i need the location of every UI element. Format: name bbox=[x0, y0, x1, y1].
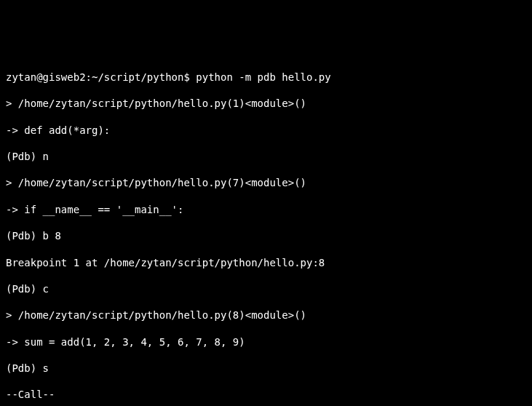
terminal-output[interactable]: zytan@gisweb2:~/script/python$ python -m… bbox=[6, 57, 526, 406]
terminal-line: (Pdb) b 8 bbox=[6, 229, 526, 242]
terminal-line: Breakpoint 1 at /home/zytan/script/pytho… bbox=[6, 256, 526, 269]
terminal-line: -> sum = add(1, 2, 3, 4, 5, 6, 7, 8, 9) bbox=[6, 335, 526, 349]
terminal-line: zytan@gisweb2:~/script/python$ python -m… bbox=[6, 71, 526, 84]
terminal-line: (Pdb) s bbox=[6, 362, 526, 375]
terminal-line: -> if __name__ == '__main__': bbox=[6, 203, 526, 216]
terminal-line: (Pdb) n bbox=[6, 150, 526, 163]
terminal-line: -> def add(*arg): bbox=[6, 124, 526, 137]
terminal-line: > /home/zytan/script/python/hello.py(1)<… bbox=[6, 97, 526, 110]
terminal-line: > /home/zytan/script/python/hello.py(7)<… bbox=[6, 176, 526, 189]
terminal-line: (Pdb) c bbox=[6, 282, 526, 295]
terminal-line: --Call-- bbox=[6, 388, 526, 401]
terminal-line: > /home/zytan/script/python/hello.py(8)<… bbox=[6, 309, 526, 322]
